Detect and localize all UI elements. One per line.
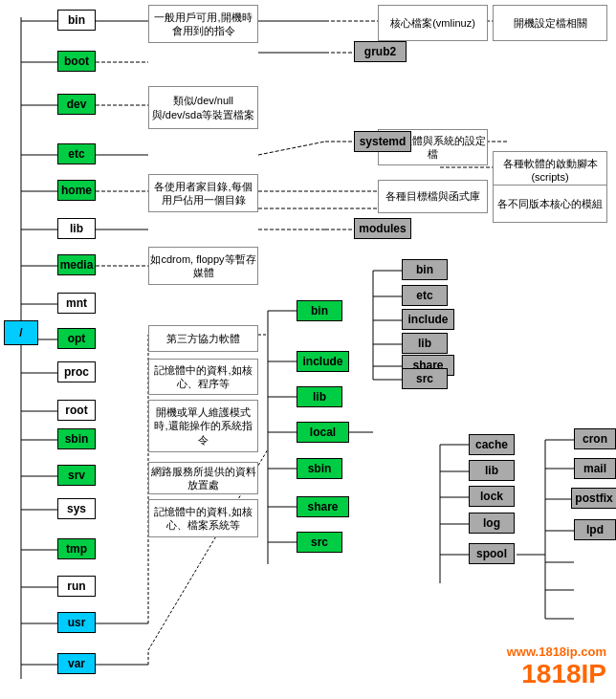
- node-postfix: postfix: [571, 488, 616, 509]
- note-proc: 記憶體中的資料,如核心、程序等: [148, 359, 258, 395]
- node-usr-share: share: [297, 496, 349, 517]
- node-modules: modules: [354, 218, 411, 239]
- root-node: /: [4, 320, 38, 345]
- node-var-log: log: [469, 513, 515, 534]
- node-lib: lib: [57, 218, 96, 239]
- note-sbin: 開機或單人維護模式時,還能操作的系統指令: [148, 400, 258, 452]
- node-local-include: include: [402, 309, 454, 330]
- node-usr-sbin: sbin: [297, 458, 342, 479]
- note-srv: 網路服務所提供的資料放置處: [148, 462, 258, 494]
- note-scripts: 各種軟體的啟動腳本(scripts): [493, 151, 607, 189]
- node-sbin: sbin: [57, 428, 96, 449]
- node-local-etc: etc: [402, 285, 448, 306]
- note-dev: 類似/dev/null與/dev/sda等裝置檔案: [148, 86, 258, 129]
- watermark: www.1818ip.com 1818IP: [507, 644, 606, 689]
- node-media: media: [57, 254, 96, 275]
- node-run: run: [57, 576, 96, 597]
- svg-line-29: [258, 142, 325, 155]
- node-usr-src: src: [297, 532, 342, 553]
- node-tmp: tmp: [57, 538, 96, 559]
- node-grub2: grub2: [354, 41, 407, 62]
- node-opt: opt: [57, 328, 96, 349]
- node-mnt: mnt: [57, 293, 96, 314]
- node-usr-include: include: [297, 351, 349, 372]
- node-boot: boot: [57, 51, 96, 72]
- node-local-lib: lib: [402, 333, 448, 354]
- node-var-spool: spool: [469, 543, 515, 564]
- node-usr-bin: bin: [297, 300, 342, 321]
- watermark-brand: 1818IP: [507, 659, 606, 689]
- node-sys: sys: [57, 498, 96, 519]
- node-usr-local: local: [297, 422, 349, 443]
- note-bin: 一般用戶可用,開機時會用到的指令: [148, 5, 258, 43]
- node-cron: cron: [574, 428, 616, 449]
- node-local-bin: bin: [402, 259, 448, 280]
- filesystem-diagram: / bin boot dev etc home lib media mnt op…: [0, 0, 616, 699]
- node-etc: etc: [57, 143, 96, 164]
- note-home-right: 各種目標檔與函式庫: [378, 180, 488, 213]
- note-kernel-modules: 各不同版本核心的模組: [493, 185, 607, 223]
- node-usr-lib: lib: [297, 386, 342, 407]
- node-var-lib: lib: [469, 460, 515, 481]
- note-sys: 記憶體中的資料,如核心、檔案系統等: [148, 499, 258, 537]
- node-dev: dev: [57, 94, 96, 115]
- note-vmlinuz: 核心檔案(vmlinuz): [378, 5, 488, 41]
- node-lpd: lpd: [574, 519, 616, 540]
- node-var-cache: cache: [469, 434, 515, 455]
- note-home: 各使用者家目錄,每個用戶佔用一個目錄: [148, 174, 258, 212]
- node-bin: bin: [57, 10, 96, 31]
- node-home: home: [57, 180, 96, 201]
- note-boot-setting: 開機設定檔相關: [493, 5, 607, 41]
- node-mail: mail: [574, 458, 616, 479]
- node-systemd: systemd: [354, 131, 411, 152]
- node-usr: usr: [57, 612, 96, 633]
- node-srv: srv: [57, 465, 96, 486]
- node-local-src: src: [402, 368, 448, 389]
- watermark-url: www.1818ip.com: [507, 644, 606, 659]
- node-root-dir: root: [57, 400, 96, 421]
- node-var: var: [57, 653, 96, 674]
- note-media: 如cdrom, floppy等暫存媒體: [148, 247, 258, 285]
- node-proc: proc: [57, 361, 96, 382]
- node-var-lock: lock: [469, 486, 515, 507]
- note-opt: 第三方協力軟體: [148, 325, 258, 352]
